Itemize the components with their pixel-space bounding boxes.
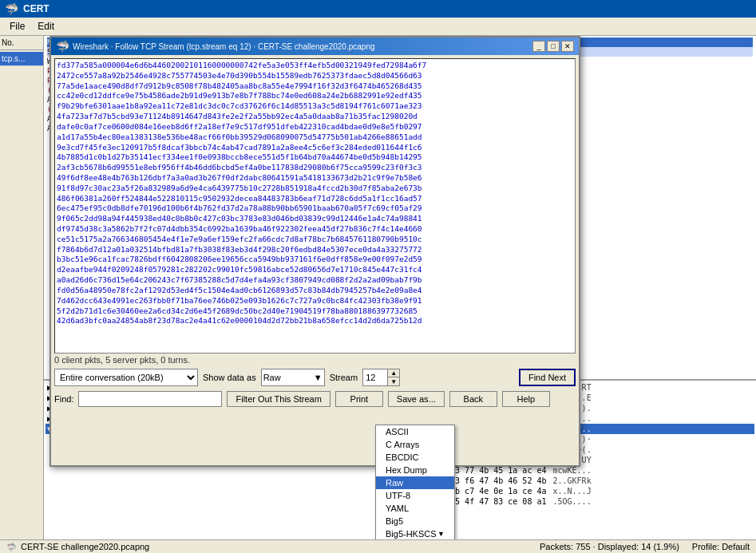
option-carrays[interactable]: C Arrays [376, 438, 454, 451]
statusbar-filename: CERT-SE challenge2020.pcapng [21, 542, 149, 551]
dialog-minimize-btn[interactable]: _ [532, 41, 545, 52]
statusbar: 🦈 CERT-SE challenge2020.pcapng Packets: … [0, 539, 756, 553]
dialog-titlebar: 🦈 Wireshark · Follow TCP Stream (tcp.str… [51, 38, 579, 55]
sidebar: No. tcp.s... [0, 36, 44, 539]
menu-file[interactable]: File [3, 19, 31, 34]
dialog-close-btn[interactable]: ✕ [561, 41, 574, 52]
option-big5hkscs[interactable]: Big5-HKSCS ▼ [376, 527, 454, 539]
show-data-popup: ASCII C Arrays EBCDIC Hex Dump Raw UTF-8… [375, 425, 455, 539]
stream-up-btn[interactable]: ▲ [388, 369, 399, 377]
menubar: File Edit [0, 18, 756, 36]
dialog-content: fd377a585a000004e6d6b4460200210116000000… [51, 55, 579, 465]
sidebar-item-no: No. [0, 36, 43, 50]
statusbar-profile: Profile: Default [692, 542, 750, 551]
help-button[interactable]: Help [502, 391, 550, 407]
stream-number-input[interactable] [363, 372, 387, 383]
dialog-title: Wireshark · Follow TCP Stream (tcp.strea… [73, 42, 375, 51]
main-title: CERT [23, 3, 49, 14]
show-data-container: Raw Raw ▼ [261, 369, 325, 386]
print-button[interactable]: Print [335, 391, 383, 407]
option-utf8[interactable]: UTF-8 [376, 489, 454, 502]
option-hexdump[interactable]: Hex Dump [376, 464, 454, 476]
sidebar-item-tcpstream[interactable]: tcp.s... [0, 52, 43, 66]
option-big5[interactable]: Big5 [376, 515, 454, 527]
main-titlebar: 🦈 CERT [0, 0, 756, 18]
option-ebcdic[interactable]: EBCDIC [376, 451, 454, 464]
app-icon: 🦈 [5, 2, 18, 15]
find-input[interactable] [78, 391, 222, 407]
back-button[interactable]: Back [449, 391, 497, 407]
menu-edit[interactable]: Edit [31, 19, 61, 34]
show-data-label: Show data as [203, 373, 256, 382]
stream-down-btn[interactable]: ▼ [388, 377, 399, 385]
dialog-maximize-btn[interactable]: □ [547, 41, 560, 52]
statusbar-packets: Packets: 755 · Displayed: 14 (1.9%) [540, 542, 679, 551]
stream-text-content: fd377a585a000004e6d6b4460200210116000000… [57, 61, 573, 326]
status-icon: 🦈 [6, 543, 16, 551]
find-next-button[interactable]: Find Next [519, 369, 576, 386]
controls-row-1: Entire conversation (20kB) Client → Serv… [54, 366, 576, 389]
tcp-stream-dialog: 🦈 Wireshark · Follow TCP Stream (tcp.str… [49, 36, 580, 467]
dialog-icon: 🦈 [56, 40, 69, 53]
controls-row-2: Find: Filter Out This Stream Print Save … [54, 389, 576, 409]
filter-out-button[interactable]: Filter Out This Stream [227, 391, 330, 407]
find-label: Find: [54, 394, 73, 404]
client-info: 0 client pkts, 5 server pkts, 0 turns. [54, 354, 576, 366]
stream-label: Stream [330, 373, 358, 382]
option-raw[interactable]: Raw [376, 476, 454, 489]
option-ascii[interactable]: ASCII [376, 425, 454, 438]
stream-number-control: ▲ ▼ [362, 369, 400, 386]
save-as-button[interactable]: Save as... [388, 391, 445, 407]
dialog-title-buttons: _ □ ✕ [532, 41, 574, 52]
conversation-dropdown[interactable]: Entire conversation (20kB) Client → Serv… [54, 369, 198, 386]
stream-text-area[interactable]: fd377a585a000004e6d6b4460200210116000000… [54, 58, 576, 354]
option-yaml[interactable]: YAML [376, 502, 454, 515]
